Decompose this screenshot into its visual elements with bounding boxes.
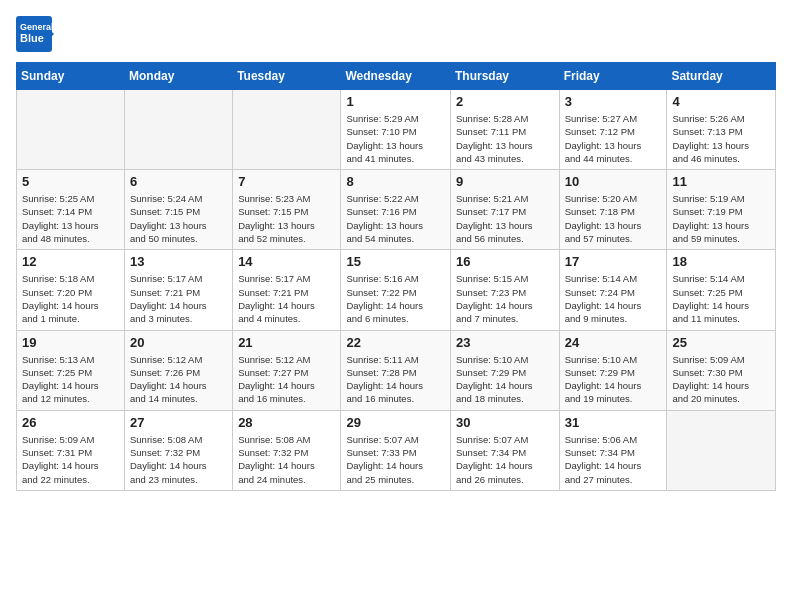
calendar-cell: 31Sunrise: 5:06 AM Sunset: 7:34 PM Dayli…: [559, 410, 667, 490]
day-number: 9: [456, 174, 554, 189]
page-header: General Blue: [16, 16, 776, 52]
calendar-cell: 19Sunrise: 5:13 AM Sunset: 7:25 PM Dayli…: [17, 330, 125, 410]
calendar-header-wednesday: Wednesday: [341, 63, 451, 90]
day-number: 20: [130, 335, 227, 350]
calendar-header-friday: Friday: [559, 63, 667, 90]
calendar-cell: 21Sunrise: 5:12 AM Sunset: 7:27 PM Dayli…: [233, 330, 341, 410]
day-number: 22: [346, 335, 445, 350]
day-number: 15: [346, 254, 445, 269]
calendar-cell: 2Sunrise: 5:28 AM Sunset: 7:11 PM Daylig…: [450, 90, 559, 170]
calendar-cell: 17Sunrise: 5:14 AM Sunset: 7:24 PM Dayli…: [559, 250, 667, 330]
day-number: 18: [672, 254, 770, 269]
day-info: Sunrise: 5:21 AM Sunset: 7:17 PM Dayligh…: [456, 192, 554, 245]
day-info: Sunrise: 5:28 AM Sunset: 7:11 PM Dayligh…: [456, 112, 554, 165]
day-number: 16: [456, 254, 554, 269]
day-number: 23: [456, 335, 554, 350]
calendar-cell: 7Sunrise: 5:23 AM Sunset: 7:15 PM Daylig…: [233, 170, 341, 250]
day-number: 10: [565, 174, 662, 189]
calendar-week-row: 5Sunrise: 5:25 AM Sunset: 7:14 PM Daylig…: [17, 170, 776, 250]
day-number: 14: [238, 254, 335, 269]
day-number: 2: [456, 94, 554, 109]
calendar-cell: 22Sunrise: 5:11 AM Sunset: 7:28 PM Dayli…: [341, 330, 451, 410]
day-info: Sunrise: 5:14 AM Sunset: 7:25 PM Dayligh…: [672, 272, 770, 325]
calendar-cell: 9Sunrise: 5:21 AM Sunset: 7:17 PM Daylig…: [450, 170, 559, 250]
day-info: Sunrise: 5:08 AM Sunset: 7:32 PM Dayligh…: [130, 433, 227, 486]
day-info: Sunrise: 5:29 AM Sunset: 7:10 PM Dayligh…: [346, 112, 445, 165]
day-info: Sunrise: 5:17 AM Sunset: 7:21 PM Dayligh…: [130, 272, 227, 325]
day-info: Sunrise: 5:12 AM Sunset: 7:26 PM Dayligh…: [130, 353, 227, 406]
calendar-cell: 26Sunrise: 5:09 AM Sunset: 7:31 PM Dayli…: [17, 410, 125, 490]
calendar-cell: 12Sunrise: 5:18 AM Sunset: 7:20 PM Dayli…: [17, 250, 125, 330]
calendar-cell: 23Sunrise: 5:10 AM Sunset: 7:29 PM Dayli…: [450, 330, 559, 410]
calendar-week-row: 12Sunrise: 5:18 AM Sunset: 7:20 PM Dayli…: [17, 250, 776, 330]
day-info: Sunrise: 5:12 AM Sunset: 7:27 PM Dayligh…: [238, 353, 335, 406]
day-number: 31: [565, 415, 662, 430]
calendar-cell: 1Sunrise: 5:29 AM Sunset: 7:10 PM Daylig…: [341, 90, 451, 170]
calendar-cell: 8Sunrise: 5:22 AM Sunset: 7:16 PM Daylig…: [341, 170, 451, 250]
day-info: Sunrise: 5:26 AM Sunset: 7:13 PM Dayligh…: [672, 112, 770, 165]
calendar-body: 1Sunrise: 5:29 AM Sunset: 7:10 PM Daylig…: [17, 90, 776, 491]
day-info: Sunrise: 5:15 AM Sunset: 7:23 PM Dayligh…: [456, 272, 554, 325]
day-number: 6: [130, 174, 227, 189]
day-number: 8: [346, 174, 445, 189]
calendar-cell: 29Sunrise: 5:07 AM Sunset: 7:33 PM Dayli…: [341, 410, 451, 490]
calendar-cell: [125, 90, 233, 170]
calendar-cell: 6Sunrise: 5:24 AM Sunset: 7:15 PM Daylig…: [125, 170, 233, 250]
calendar-cell: [233, 90, 341, 170]
day-info: Sunrise: 5:10 AM Sunset: 7:29 PM Dayligh…: [456, 353, 554, 406]
calendar-week-row: 19Sunrise: 5:13 AM Sunset: 7:25 PM Dayli…: [17, 330, 776, 410]
day-info: Sunrise: 5:16 AM Sunset: 7:22 PM Dayligh…: [346, 272, 445, 325]
day-info: Sunrise: 5:18 AM Sunset: 7:20 PM Dayligh…: [22, 272, 119, 325]
day-info: Sunrise: 5:06 AM Sunset: 7:34 PM Dayligh…: [565, 433, 662, 486]
day-number: 1: [346, 94, 445, 109]
day-info: Sunrise: 5:24 AM Sunset: 7:15 PM Dayligh…: [130, 192, 227, 245]
day-info: Sunrise: 5:14 AM Sunset: 7:24 PM Dayligh…: [565, 272, 662, 325]
calendar-header-sunday: Sunday: [17, 63, 125, 90]
day-number: 29: [346, 415, 445, 430]
calendar-cell: 11Sunrise: 5:19 AM Sunset: 7:19 PM Dayli…: [667, 170, 776, 250]
day-info: Sunrise: 5:10 AM Sunset: 7:29 PM Dayligh…: [565, 353, 662, 406]
calendar-table: SundayMondayTuesdayWednesdayThursdayFrid…: [16, 62, 776, 491]
day-number: 17: [565, 254, 662, 269]
calendar-cell: 25Sunrise: 5:09 AM Sunset: 7:30 PM Dayli…: [667, 330, 776, 410]
calendar-cell: 10Sunrise: 5:20 AM Sunset: 7:18 PM Dayli…: [559, 170, 667, 250]
calendar-cell: 14Sunrise: 5:17 AM Sunset: 7:21 PM Dayli…: [233, 250, 341, 330]
day-number: 4: [672, 94, 770, 109]
day-number: 25: [672, 335, 770, 350]
calendar-cell: 24Sunrise: 5:10 AM Sunset: 7:29 PM Dayli…: [559, 330, 667, 410]
day-info: Sunrise: 5:07 AM Sunset: 7:33 PM Dayligh…: [346, 433, 445, 486]
calendar-header-row: SundayMondayTuesdayWednesdayThursdayFrid…: [17, 63, 776, 90]
calendar-cell: 3Sunrise: 5:27 AM Sunset: 7:12 PM Daylig…: [559, 90, 667, 170]
day-info: Sunrise: 5:25 AM Sunset: 7:14 PM Dayligh…: [22, 192, 119, 245]
calendar-header-monday: Monday: [125, 63, 233, 90]
svg-text:General: General: [20, 22, 54, 32]
day-number: 11: [672, 174, 770, 189]
calendar-cell: 18Sunrise: 5:14 AM Sunset: 7:25 PM Dayli…: [667, 250, 776, 330]
day-number: 28: [238, 415, 335, 430]
day-number: 12: [22, 254, 119, 269]
day-info: Sunrise: 5:19 AM Sunset: 7:19 PM Dayligh…: [672, 192, 770, 245]
calendar-cell: 13Sunrise: 5:17 AM Sunset: 7:21 PM Dayli…: [125, 250, 233, 330]
calendar-cell: [667, 410, 776, 490]
day-number: 19: [22, 335, 119, 350]
day-info: Sunrise: 5:20 AM Sunset: 7:18 PM Dayligh…: [565, 192, 662, 245]
day-number: 13: [130, 254, 227, 269]
calendar-cell: 4Sunrise: 5:26 AM Sunset: 7:13 PM Daylig…: [667, 90, 776, 170]
day-info: Sunrise: 5:17 AM Sunset: 7:21 PM Dayligh…: [238, 272, 335, 325]
day-number: 27: [130, 415, 227, 430]
calendar-cell: 28Sunrise: 5:08 AM Sunset: 7:32 PM Dayli…: [233, 410, 341, 490]
day-info: Sunrise: 5:09 AM Sunset: 7:31 PM Dayligh…: [22, 433, 119, 486]
day-info: Sunrise: 5:23 AM Sunset: 7:15 PM Dayligh…: [238, 192, 335, 245]
day-number: 21: [238, 335, 335, 350]
day-number: 26: [22, 415, 119, 430]
day-number: 7: [238, 174, 335, 189]
logo-icon: General Blue: [16, 16, 54, 52]
calendar-cell: [17, 90, 125, 170]
svg-text:Blue: Blue: [20, 32, 44, 44]
calendar-week-row: 1Sunrise: 5:29 AM Sunset: 7:10 PM Daylig…: [17, 90, 776, 170]
calendar-cell: 15Sunrise: 5:16 AM Sunset: 7:22 PM Dayli…: [341, 250, 451, 330]
calendar-header-saturday: Saturday: [667, 63, 776, 90]
calendar-cell: 30Sunrise: 5:07 AM Sunset: 7:34 PM Dayli…: [450, 410, 559, 490]
day-info: Sunrise: 5:27 AM Sunset: 7:12 PM Dayligh…: [565, 112, 662, 165]
day-number: 3: [565, 94, 662, 109]
